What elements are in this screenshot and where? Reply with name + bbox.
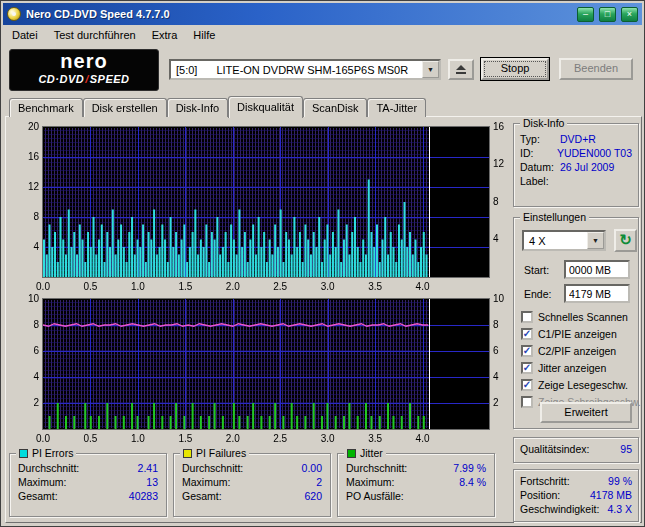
refresh-button[interactable]: ↻ [614,229,637,252]
eject-icon-bar [456,72,466,74]
stat-label: Gesamt: [18,490,58,502]
stat-value: 0.00 [302,462,322,474]
quality-value: 95 [620,443,632,455]
stat-value: 7.99 % [453,462,486,474]
app-window: Nero CD-DVD Speed 4.7.7.0 – □ × Datei Te… [0,0,645,527]
stat-row: Durchschnitt:7.99 % [338,461,494,475]
checkbox-schnelles-scannen[interactable]: ✓ Schnelles Scannen [521,311,628,323]
drive-select[interactable]: [5:0] LITE-ON DVDRW SHM-165P6S MS0R ▼ [169,59,441,80]
nero-logo-name: nero [10,50,158,73]
quit-button[interactable]: Beenden [559,58,633,80]
stat-label: Durchschnitt: [182,462,243,474]
checkbox-label: C1/PIE anzeigen [538,328,617,340]
speed-row: Geschwindigkeit: 4.3 X [514,502,638,516]
progress-row: Fortschritt: 99 % [514,474,638,488]
checkbox-label: Jitter anzeigen [538,362,606,374]
start-input[interactable] [564,260,630,279]
chevron-down-icon[interactable]: ▼ [587,232,604,249]
close-button[interactable]: × [621,7,638,22]
stat-row: Gesamt:620 [174,489,330,503]
tab-disk-info[interactable]: Disk-Info [167,98,228,117]
chevron-down-icon[interactable]: ▼ [422,61,439,78]
checkbox-label: C2/PIF anzeigen [538,345,616,357]
tab-scandisk[interactable]: ScanDisk [303,98,367,117]
disk-label-label: Label: [520,175,560,187]
advanced-button[interactable]: Erweitert [540,402,632,423]
disk-id-value: YUDEN000 T03 [557,147,632,159]
checkbox-box: ✓ [521,362,533,374]
pi-failures-panel-title: PI Failures [180,447,249,459]
eject-button[interactable] [448,59,474,80]
progress-value: 99 % [608,475,632,487]
checkbox-c2-pif-anzeigen[interactable]: ✓ C2/PIF anzeigen [521,345,616,357]
position-value: 4178 MB [590,489,632,501]
pie-chart [7,117,511,293]
pi-errors-panel-title: PI Errors [16,447,76,459]
stop-button[interactable]: Stopp [481,58,549,80]
checkbox-box: ✓ [521,328,533,340]
jitter-panel-title: Jitter [344,447,386,459]
quality-index-group: Qualitätsindex: 95 [513,437,639,463]
checkbox-jitter-anzeigen[interactable]: ✓ Jitter anzeigen [521,362,606,374]
pi-failures-swatch [183,449,192,458]
tab-strip: Benchmark Disk erstellen Disk-Info Diskq… [9,96,426,117]
checkbox-box: ✓ [521,396,533,408]
menu-bar: Datei Test durchführen Extra Hilfe [4,26,641,44]
app-icon [7,7,21,21]
settings-group: Einstellungen 4 X ▼ ↻ Start: Ende: ✓ Sch… [513,217,639,429]
tab-ta-jitter[interactable]: TA-Jitter [367,98,426,117]
start-row: Start: [524,260,630,279]
pi-failures-panel-name: PI Failures [196,447,246,459]
pi-errors-panel: PI Errors Durchschnitt:2.41 Maximum:13 G… [9,453,167,517]
disk-datum-value: 26 Jul 2009 [560,161,614,173]
checkbox-box: ✓ [521,379,533,391]
check-icon: ✓ [523,364,531,372]
nero-logo-subtitle: CD·DVD/SPEED [10,73,158,86]
menu-item-test-durchfuehren[interactable]: Test durchführen [46,27,144,43]
speed-label: Geschwindigkeit: [520,503,599,515]
drive-bus: [5:0] [171,64,197,76]
disk-typ-value: DVD+R [560,133,596,145]
stat-label: PO Ausfälle: [346,490,404,502]
stat-row: Maximum:13 [10,475,166,489]
minimize-button[interactable]: – [577,7,594,22]
title-bar[interactable]: Nero CD-DVD Speed 4.7.7.0 – □ × [3,3,642,25]
tab-benchmark[interactable]: Benchmark [9,98,83,117]
pi-errors-panel-name: PI Errors [32,447,73,459]
stat-row: Durchschnitt:2.41 [10,461,166,475]
checkbox-box: ✓ [521,311,533,323]
jitter-panel: Jitter Durchschnitt:7.99 % Maximum:8.4 %… [337,453,495,517]
menu-item-datei[interactable]: Datei [4,27,46,43]
end-input[interactable] [564,284,630,303]
checkbox-label: Schnelles Scannen [538,311,628,323]
stat-value: 620 [304,490,322,502]
checkbox-zeige-lesegeschw[interactable]: ✓ Zeige Lesegeschw. [521,379,628,391]
stat-label: Durchschnitt: [346,462,407,474]
check-icon: ✓ [523,347,531,355]
menu-item-hilfe[interactable]: Hilfe [185,27,223,43]
progress-label: Fortschritt: [520,475,570,487]
stat-label: Maximum: [182,476,230,488]
quality-label: Qualitätsindex: [520,443,589,455]
speed-select[interactable]: 4 X ▼ [522,230,606,251]
stat-row: Gesamt:40283 [10,489,166,503]
checkbox-c1-pie-anzeigen[interactable]: ✓ C1/PIE anzeigen [521,328,617,340]
maximize-button[interactable]: □ [599,7,616,22]
checkbox-label: Zeige Lesegeschw. [538,379,628,391]
position-row: Position: 4178 MB [514,488,638,502]
stat-label: Gesamt: [182,490,222,502]
jitter-panel-name: Jitter [360,447,383,459]
end-label: Ende: [524,288,564,300]
menu-item-extra[interactable]: Extra [144,27,186,43]
tab-disk-erstellen[interactable]: Disk erstellen [83,98,167,117]
logo-sub-left: CD·DVD [38,73,84,85]
disk-info-row-label: Label: [514,174,638,188]
speed-value: 4 X [524,235,546,247]
pi-failures-panel: PI Failures Durchschnitt:0.00 Maximum:2 … [173,453,331,517]
disk-info-group: Disk-Info Typ: DVD+R ID: YUDEN000 T03 Da… [513,123,639,207]
disk-typ-label: Typ: [520,133,560,145]
position-label: Position: [520,489,560,501]
drive-name: LITE-ON DVDRW SHM-165P6S MS0R [211,64,408,76]
tab-diskqualitaet[interactable]: Diskqualität [228,96,303,118]
disk-info-row-datum: Datum: 26 Jul 2009 [514,160,638,174]
